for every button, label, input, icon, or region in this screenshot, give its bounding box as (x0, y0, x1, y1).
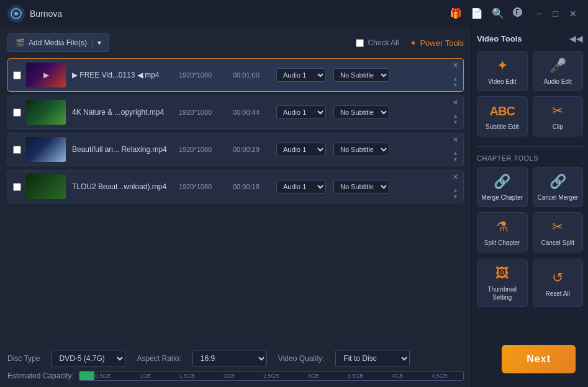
merge-chapter-label: Merge Chapter (481, 194, 523, 202)
tick-4: 2.5GB (250, 373, 292, 379)
file-subtitle-select-3[interactable]: No Subtitle Subtitle (333, 180, 389, 194)
facebook-icon[interactable]: 🅕 (513, 7, 523, 19)
aspect-ratio-label: Aspect Ratio: (137, 354, 181, 363)
clip-button[interactable]: ✂ Clip (533, 96, 584, 136)
content-area: 🎬 Add Media File(s) ▾ Check All ✦ Power … (0, 27, 471, 387)
video-edit-button[interactable]: ✦ Video Edit (477, 51, 528, 91)
file-checkbox-1[interactable] (13, 109, 21, 117)
subtitle-edit-label: Subtitle Edit (486, 123, 518, 131)
file-subtitle-select-2[interactable]: No Subtitle Subtitle (333, 143, 389, 156)
tick-1: 1GB (124, 373, 166, 379)
file-subtitle-select-1[interactable]: No Subtitle Subtitle (333, 105, 389, 119)
main-layout: 🎬 Add Media File(s) ▾ Check All ✦ Power … (0, 27, 588, 387)
add-media-button[interactable]: 🎬 Add Media File(s) ▾ (7, 33, 109, 52)
file-close-button-1[interactable]: ✕ (451, 99, 459, 107)
file-arrows-3: ▲ ▼ (451, 188, 459, 200)
video-edit-icon: ✦ (497, 58, 508, 74)
file-list: ▶ ▶ FREE Vid...0113 ◀.mp4 1920*1080 00:0… (7, 58, 464, 345)
cancel-split-icon: ✂ (552, 219, 563, 235)
tick-6: 3.5GB (335, 373, 377, 379)
restore-button[interactable]: □ (550, 6, 562, 21)
close-button[interactable]: ✕ (566, 6, 581, 21)
file-down-arrow-1[interactable]: ▼ (451, 120, 459, 126)
file-audio-select-2[interactable]: Audio 1 (276, 143, 326, 156)
search-icon[interactable]: 🔍 (492, 7, 504, 19)
file-dur-1: 00:00:44 (233, 109, 269, 116)
cancel-merger-button[interactable]: 🔗 Cancel Merger (533, 167, 584, 207)
file-down-arrow-2[interactable]: ▼ (451, 157, 459, 163)
merge-chapter-button[interactable]: 🔗 Merge Chapter (477, 167, 528, 207)
check-all-area: Check All (356, 38, 399, 47)
file-thumbnail-2 (26, 137, 66, 162)
doc-icon[interactable]: 📄 (471, 7, 483, 19)
tick-2: 1.5GB (166, 373, 208, 379)
file-name-3: TLOU2 Beaut...wnload).mp4 (72, 182, 171, 191)
video-edit-label: Video Edit (488, 78, 516, 86)
estimated-capacity-label: Estimated Capacity: (7, 371, 74, 380)
file-name-2: Beautifull an... Relaxing.mp4 (72, 145, 171, 154)
audio-edit-icon: 🎤 (550, 58, 566, 74)
cancel-split-button[interactable]: ✂ Cancel Split (533, 212, 584, 252)
add-media-label: Add Media File(s) (29, 38, 87, 47)
reset-all-button[interactable]: ↺ Reset All (533, 259, 584, 307)
next-button[interactable]: Next (502, 345, 576, 373)
file-audio-select-3[interactable]: Audio 1 (276, 180, 326, 194)
sidebar-collapse-button[interactable]: ◀◀ (569, 33, 583, 43)
audio-edit-label: Audio Edit (543, 78, 572, 86)
aspect-ratio-select[interactable]: 16:9 (192, 350, 267, 367)
app-title: Burnova (30, 9, 450, 19)
cancel-split-label: Cancel Split (541, 239, 574, 247)
power-tools-button[interactable]: ✦ Power Tools (410, 38, 464, 48)
check-all-checkbox[interactable] (356, 39, 364, 47)
file-dur-3: 00:00:18 (233, 183, 269, 190)
capacity-bar: 0.5GB 1GB 1.5GB 2GB 2.5GB 3GB 3.5GB 4GB … (79, 371, 464, 381)
file-res-0: 1920*1080 (179, 71, 225, 79)
split-chapter-icon: ⚗ (496, 219, 509, 235)
file-info-0: ▶ FREE Vid...0113 ◀.mp4 1920*1080 00:01:… (72, 68, 458, 82)
file-checkbox-0[interactable] (13, 71, 21, 79)
file-info-3: TLOU2 Beaut...wnload).mp4 1920*1080 00:0… (72, 180, 458, 194)
video-quality-select[interactable]: Fit to Disc (335, 350, 410, 367)
file-close-button-0[interactable]: ✕ (451, 61, 459, 69)
power-tools-label: Power Tools (420, 38, 464, 48)
split-chapter-button[interactable]: ⚗ Split Chapter (477, 212, 528, 252)
add-media-icon: 🎬 (16, 38, 25, 47)
table-row: 4K Nature & ...opyright.mp4 1920*1080 00… (7, 96, 464, 129)
thumbnail-setting-label: Thumbnail Setting (480, 285, 525, 301)
file-subtitle-select-0[interactable]: No Subtitle Subtitle (333, 68, 389, 82)
titlebar-icons: 🎁 📄 🔍 🅕 (450, 7, 523, 19)
thumbnail-setting-icon: 🖼 (495, 265, 509, 282)
file-checkbox-3[interactable] (13, 183, 21, 191)
file-checkbox-2[interactable] (13, 146, 21, 154)
power-tools-icon: ✦ (410, 38, 417, 48)
window-controls: − □ ✕ (533, 6, 581, 21)
divider-1 (477, 146, 583, 147)
subtitle-edit-button[interactable]: ABC Subtitle Edit (477, 96, 528, 136)
capacity-ticks: 0.5GB 1GB 1.5GB 2GB 2.5GB 3GB 3.5GB 4GB … (79, 371, 463, 380)
bottom-bar: Disc Type DVD-5 (4.7G) Aspect Ratio: 16:… (7, 350, 464, 381)
tick-8: 4.5GB (418, 373, 461, 379)
file-down-arrow-3[interactable]: ▼ (451, 194, 459, 200)
thumbnail-setting-button[interactable]: 🖼 Thumbnail Setting (477, 259, 528, 307)
file-close-button-2[interactable]: ✕ (451, 136, 459, 144)
clip-icon: ✂ (552, 103, 563, 119)
file-audio-select-1[interactable]: Audio 1 (276, 105, 326, 119)
file-dur-2: 00:00:29 (233, 146, 269, 153)
file-info-1: 4K Nature & ...opyright.mp4 1920*1080 00… (72, 105, 458, 119)
chapter-tools-grid: 🔗 Merge Chapter 🔗 Cancel Merger ⚗ Split … (477, 167, 583, 252)
bottom-row2: Estimated Capacity: 0.5GB 1GB 1.5GB 2GB … (7, 371, 464, 381)
file-audio-select-0[interactable]: Audio 1 (276, 68, 326, 82)
sidebar-header: Video Tools ◀◀ (477, 33, 583, 43)
gift-icon[interactable]: 🎁 (450, 7, 462, 19)
file-arrows-2: ▲ ▼ (451, 151, 459, 163)
tick-3: 2GB (208, 373, 250, 379)
file-close-button-3[interactable]: ✕ (451, 173, 459, 181)
disc-type-select[interactable]: DVD-5 (4.7G) (51, 350, 125, 367)
audio-edit-button[interactable]: 🎤 Audio Edit (533, 51, 584, 91)
minimize-button[interactable]: − (533, 6, 545, 21)
tick-7: 4GB (376, 373, 418, 379)
title-bar: Burnova 🎁 📄 🔍 🅕 − □ ✕ (0, 0, 588, 27)
svg-point-1 (14, 12, 18, 16)
merge-chapter-icon: 🔗 (494, 174, 510, 190)
file-down-arrow-0[interactable]: ▼ (451, 82, 459, 89)
